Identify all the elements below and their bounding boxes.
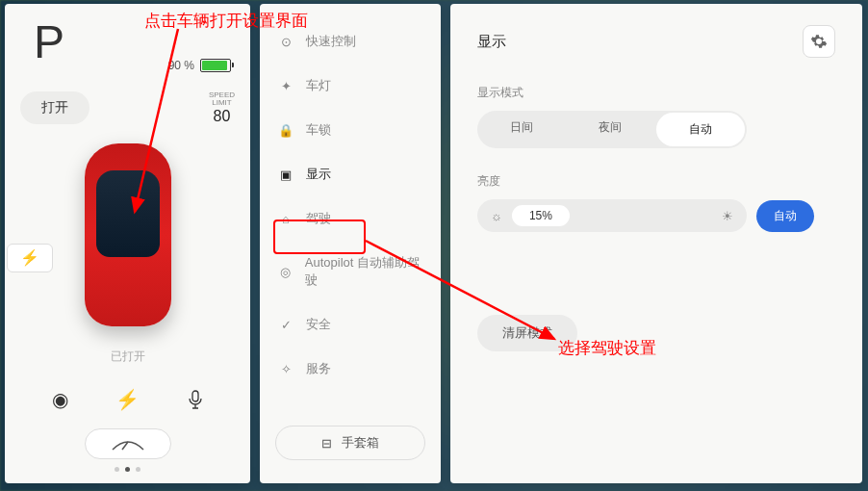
battery-row: 90 %: [16, 59, 239, 72]
display-mode-segment: 日间夜间自动: [477, 111, 747, 148]
nav-item-6[interactable]: ✓安全: [260, 302, 441, 347]
nav-icon: ✧: [277, 362, 294, 376]
battery-icon: [200, 59, 231, 72]
brightness-slider[interactable]: ☼ 15% ☀: [477, 199, 747, 232]
nav-label: 显示: [306, 166, 331, 183]
vehicle-image[interactable]: [85, 143, 171, 326]
wheel-icon[interactable]: ◉: [42, 382, 77, 417]
page-dots: [16, 467, 239, 472]
glovebox-button[interactable]: ⊟ 手套箱: [275, 426, 425, 460]
mode-option-0[interactable]: 日间: [477, 111, 566, 148]
nav-icon: 🔒: [277, 123, 294, 138]
sun-low-icon: ☼: [491, 209, 502, 223]
gear-icon[interactable]: [803, 25, 835, 58]
nav-label: Autopilot 自动辅助驾驶: [305, 254, 423, 289]
nav-icon: ✓: [277, 318, 294, 332]
brightness-auto-button[interactable]: 自动: [756, 200, 814, 232]
nav-item-3[interactable]: ▣显示: [260, 152, 441, 196]
brightness-label: 亮度: [477, 173, 835, 190]
display-mode-label: 显示模式: [477, 85, 835, 101]
mic-icon[interactable]: [178, 382, 213, 417]
nav-label: 驾驶: [306, 210, 331, 227]
nav-icon: ▣: [277, 168, 294, 182]
brightness-value: 15%: [512, 205, 570, 226]
nav-label: 车锁: [306, 121, 331, 139]
mode-option-2[interactable]: 自动: [656, 113, 745, 146]
clear-screen-button[interactable]: 清屏模式: [477, 315, 577, 351]
mode-option-1[interactable]: 夜间: [566, 111, 654, 148]
nav-icon: ⊙: [277, 35, 294, 49]
nav-icon: ◎: [277, 265, 294, 279]
wiper-button[interactable]: [85, 428, 171, 459]
display-settings-panel: 显示 显示模式 日间夜间自动 亮度 ☼ 15% ☀ 自动 清屏模式: [450, 4, 862, 483]
panel-title: 显示: [477, 33, 506, 51]
nav-icon: ⌂: [277, 212, 294, 226]
nav-item-2[interactable]: 🔒车锁: [260, 108, 441, 152]
charge-status: 已打开: [16, 349, 239, 365]
sun-high-icon: ☀: [722, 209, 733, 223]
svg-rect-0: [192, 391, 198, 401]
open-button[interactable]: 打开: [20, 91, 89, 124]
nav-label: 安全: [306, 316, 331, 333]
nav-icon: ✦: [277, 79, 294, 93]
charge-port-icon[interactable]: ⚡: [7, 244, 53, 272]
speed-limit-sign: SPEED LIMIT 80: [209, 91, 235, 124]
nav-item-0[interactable]: ⊙快速控制: [260, 19, 441, 64]
nav-label: 快速控制: [306, 33, 356, 50]
vehicle-status-panel: P 90 % 打开 SPEED LIMIT 80 ⚡ 已打开 ◉ ⚡: [5, 4, 250, 483]
nav-label: 车灯: [306, 77, 331, 94]
bolt-icon[interactable]: ⚡: [110, 382, 144, 417]
battery-percent: 90 %: [168, 59, 194, 72]
nav-item-7[interactable]: ✧服务: [260, 347, 441, 391]
nav-item-4[interactable]: ⌂驾驶: [260, 196, 441, 241]
nav-item-1[interactable]: ✦车灯: [260, 64, 441, 108]
settings-nav-panel: ⊙快速控制✦车灯🔒车锁▣显示⌂驾驶◎Autopilot 自动辅助驾驶✓安全✧服务…: [260, 4, 441, 483]
nav-label: 服务: [306, 360, 331, 377]
glovebox-icon: ⊟: [321, 436, 332, 451]
nav-item-5[interactable]: ◎Autopilot 自动辅助驾驶: [260, 241, 441, 302]
